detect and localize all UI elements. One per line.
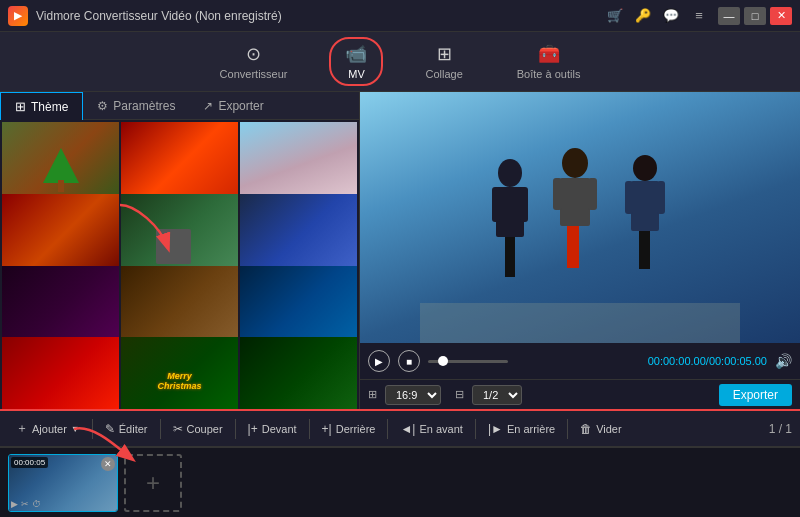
app-title: Vidmore Convertisseur Vidéo (Non enregis…	[36, 9, 604, 23]
sep-5	[387, 419, 388, 439]
svg-rect-1	[420, 303, 740, 343]
tab-theme-label: Thème	[31, 100, 68, 114]
clip-play-icon[interactable]: ▶	[11, 499, 18, 509]
svg-point-2	[498, 159, 522, 187]
tab-parametres-label: Paramètres	[113, 99, 175, 113]
svg-rect-4	[505, 237, 515, 277]
app-icon: ▶	[8, 6, 28, 26]
tab-exporter[interactable]: ↗ Exporter	[189, 92, 277, 119]
menu-icon[interactable]: ≡	[688, 5, 710, 27]
nav-item-collage[interactable]: ⊞ Collage	[413, 39, 474, 84]
nav-label-boite-outils: Boîte à outils	[517, 68, 581, 80]
toolbar: ＋ Ajouter ▼ ✎ Éditer ✂ Couper |+ Devant …	[0, 409, 800, 447]
sep-6	[475, 419, 476, 439]
svg-rect-11	[588, 178, 597, 210]
volume-icon[interactable]: 🔊	[775, 353, 792, 369]
right-panel: ▶ ■ 00:00:00.00/00:00:05.00 🔊 ⊞ 16:9 4:3…	[360, 92, 800, 409]
close-button[interactable]: ✕	[770, 7, 792, 25]
preview-background	[360, 92, 800, 343]
svg-rect-10	[553, 178, 562, 210]
theme-merry-christmas[interactable]: MerryChristmas	[121, 337, 238, 409]
add-icon: ＋	[16, 420, 28, 437]
window-controls: — □ ✕	[718, 7, 792, 25]
svg-rect-16	[657, 181, 665, 214]
derriere-icon: +|	[322, 422, 332, 436]
sep-3	[235, 419, 236, 439]
chat-icon[interactable]: 💬	[660, 5, 682, 27]
quality-select[interactable]: 1/2 1/1 1/4	[472, 385, 522, 405]
collage-icon: ⊞	[437, 43, 452, 65]
en-avant-icon: ◄|	[400, 422, 415, 436]
timeline-clip: 00:00:05 ✕ ▶ ✂ ⏱	[8, 454, 118, 512]
key-icon[interactable]: 🔑	[632, 5, 654, 27]
add-button[interactable]: ＋ Ajouter ▼	[8, 416, 88, 441]
main-area: ⊞ Thème ⚙ Paramètres ↗ Exporter	[0, 92, 800, 517]
preview-progress-bar[interactable]	[428, 360, 508, 363]
clip-close-button[interactable]: ✕	[101, 457, 115, 471]
mv-icon: 📹	[345, 43, 367, 65]
sep-2	[160, 419, 161, 439]
preview-ratio-bar: ⊞ 16:9 4:3 1:1 ⊟ 1/2 1/1 1/4 Exporter	[360, 379, 800, 409]
svg-rect-8	[560, 178, 590, 226]
tab-parametres[interactable]: ⚙ Paramètres	[83, 92, 189, 119]
nav-label-convertisseur: Convertisseur	[220, 68, 288, 80]
clip-duration: 00:00:05	[11, 457, 48, 468]
clip-time-icon[interactable]: ⏱	[32, 499, 41, 509]
maximize-button[interactable]: □	[744, 7, 766, 25]
preview-stop-button[interactable]: ■	[398, 350, 420, 372]
edit-icon: ✎	[105, 422, 115, 436]
aspect-ratio-icon: ⊞	[368, 388, 377, 401]
content-row: ⊞ Thème ⚙ Paramètres ↗ Exporter	[0, 92, 800, 409]
tab-theme[interactable]: ⊞ Thème	[0, 92, 83, 120]
nav-label-mv: MV	[348, 68, 365, 80]
en-arriere-button[interactable]: |► En arrière	[480, 418, 563, 440]
add-clip-button[interactable]: +	[124, 454, 182, 512]
svg-point-7	[562, 148, 588, 178]
cut-button[interactable]: ✂ Couper	[165, 418, 231, 440]
convertisseur-icon: ⊙	[246, 43, 261, 65]
aspect-ratio-select[interactable]: 16:9 4:3 1:1	[385, 385, 441, 405]
title-bar: ▶ Vidmore Convertisseur Vidéo (Non enreg…	[0, 0, 800, 32]
nav-label-collage: Collage	[425, 68, 462, 80]
svg-point-12	[633, 155, 657, 181]
add-dropdown-arrow: ▼	[71, 424, 80, 434]
minimize-button[interactable]: —	[718, 7, 740, 25]
svg-rect-6	[520, 187, 528, 222]
time-display: 00:00:00.00/00:00:05.00	[648, 355, 767, 367]
en-arriere-icon: |►	[488, 422, 503, 436]
clip-cut-icon[interactable]: ✂	[21, 499, 29, 509]
nav-item-mv[interactable]: 📹 MV	[329, 37, 383, 86]
preview-controls: ▶ ■ 00:00:00.00/00:00:05.00 🔊	[360, 343, 800, 379]
preview-play-button[interactable]: ▶	[368, 350, 390, 372]
timeline: 00:00:05 ✕ ▶ ✂ ⏱ +	[0, 447, 800, 517]
theme-xmas-red[interactable]	[2, 337, 119, 409]
exporter-tab-icon: ↗	[203, 99, 213, 113]
svg-rect-15	[625, 181, 633, 214]
svg-rect-14	[639, 231, 650, 269]
quality-icon: ⊟	[455, 388, 464, 401]
export-button[interactable]: Exporter	[719, 384, 792, 406]
en-avant-button[interactable]: ◄| En avant	[392, 418, 470, 440]
cut-icon: ✂	[173, 422, 183, 436]
left-panel: ⊞ Thème ⚙ Paramètres ↗ Exporter	[0, 92, 360, 409]
cart-icon[interactable]: 🛒	[604, 5, 626, 27]
panel-tabs: ⊞ Thème ⚙ Paramètres ↗ Exporter	[0, 92, 359, 120]
sep-4	[309, 419, 310, 439]
devant-button[interactable]: |+ Devant	[240, 418, 305, 440]
nav-item-convertisseur[interactable]: ⊙ Convertisseur	[208, 39, 300, 84]
svg-rect-13	[631, 181, 659, 231]
svg-rect-5	[492, 187, 500, 222]
page-info: 1 / 1	[769, 422, 792, 436]
parametres-tab-icon: ⚙	[97, 99, 108, 113]
derriere-button[interactable]: +| Derrière	[314, 418, 384, 440]
theme-tab-icon: ⊞	[15, 99, 26, 114]
nav-item-boite-outils[interactable]: 🧰 Boîte à outils	[505, 39, 593, 84]
preview-image	[420, 143, 740, 343]
theme-xmas-green[interactable]	[240, 337, 357, 409]
devant-icon: |+	[248, 422, 258, 436]
clip-controls: ▶ ✂ ⏱	[11, 499, 41, 509]
edit-button[interactable]: ✎ Éditer	[97, 418, 156, 440]
vider-icon: 🗑	[580, 422, 592, 436]
themes-grid: Christmas Tree Beautiful Christmas Roman…	[0, 120, 359, 409]
vider-button[interactable]: 🗑 Vider	[572, 418, 629, 440]
